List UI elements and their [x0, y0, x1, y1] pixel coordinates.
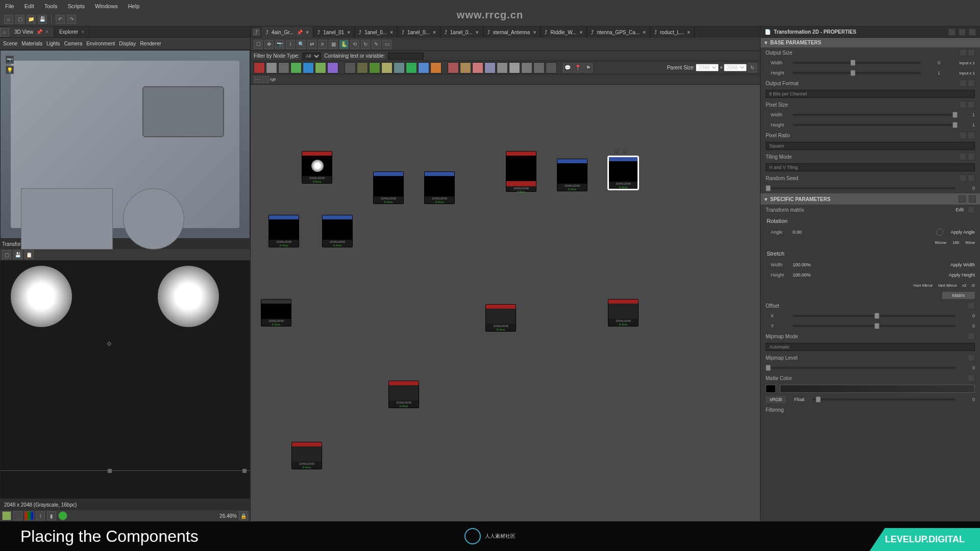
- close-icon[interactable]: ×: [81, 29, 84, 35]
- flag-icon[interactable]: ⚑: [583, 63, 593, 72]
- new-preview-icon[interactable]: ▢: [2, 250, 11, 259]
- snapshot-icon[interactable]: 📷: [275, 40, 284, 49]
- btn-d2[interactable]: /2: [971, 283, 975, 288]
- format-dropdown[interactable]: 8 Bits per Channel: [766, 90, 975, 98]
- pin-icon[interactable]: [948, 29, 955, 36]
- tiling-dropdown[interactable]: H and V Tiling: [766, 163, 975, 171]
- reset-icon[interactable]: [968, 101, 975, 108]
- zoom-icon[interactable]: 🔍: [297, 40, 306, 49]
- python-icon[interactable]: 🐍: [339, 40, 349, 49]
- node-blend[interactable]: 2048x20480.3ms: [261, 299, 291, 327]
- palette-btn[interactable]: [418, 62, 429, 73]
- matte-swatch[interactable]: [766, 385, 776, 393]
- palette-btn[interactable]: [394, 62, 405, 73]
- node-transform[interactable]: 2048x20480.4ms: [373, 171, 404, 204]
- height-slider[interactable]: [793, 72, 921, 74]
- mipmap-level-slider[interactable]: [766, 367, 955, 369]
- node-shape[interactable]: 2048x20480.5ms: [302, 151, 332, 184]
- tab-explorer[interactable]: Explorer×: [54, 27, 90, 37]
- palette-btn[interactable]: [290, 62, 302, 73]
- node-heightblend[interactable]: 2048x20480.4ms: [291, 442, 322, 469]
- reset-icon[interactable]: [968, 302, 975, 309]
- node-transform[interactable]: 2048x20480.4ms: [557, 159, 587, 191]
- stretch-w-value[interactable]: 100.00%: [793, 262, 823, 267]
- align-icon[interactable]: ≡: [318, 40, 327, 49]
- node-transform[interactable]: 2048x20480.4ms: [322, 215, 353, 247]
- mipmap-dropdown[interactable]: Automatic: [766, 343, 975, 351]
- apply-width-button[interactable]: Apply Width: [950, 262, 975, 267]
- close-icon[interactable]: ×: [347, 30, 350, 35]
- link-icon[interactable]: ⇄: [307, 40, 316, 49]
- btn-90ccw[interactable]: 90ccw: [935, 240, 946, 245]
- srgb-button[interactable]: sRGB: [766, 396, 786, 403]
- palette-uniform[interactable]: [254, 62, 265, 73]
- view-display[interactable]: Display: [119, 41, 136, 46]
- open-icon[interactable]: 📁: [27, 15, 36, 24]
- palette-btn[interactable]: [278, 62, 289, 73]
- palette-btn[interactable]: [303, 62, 314, 73]
- node-heightblend[interactable]: 2048x20480.4ms: [485, 304, 516, 332]
- view-scene[interactable]: Scene: [3, 41, 17, 46]
- home-small-icon[interactable]: ⌂: [0, 28, 9, 37]
- menu-tools[interactable]: Tools: [44, 3, 58, 9]
- parent-size-select[interactable]: 2048: [696, 64, 719, 71]
- node-transform-selected[interactable]: 2048x20480.4ms: [608, 156, 639, 190]
- graph-tab-7[interactable]: ⤴ntenna_GPS_Ca...×: [587, 27, 650, 38]
- view-renderer[interactable]: Renderer: [140, 41, 161, 46]
- palette-btn[interactable]: [533, 62, 545, 73]
- btn-180[interactable]: 180: [952, 240, 959, 245]
- matrix-button[interactable]: Matrix: [942, 292, 975, 299]
- link-icon[interactable]: [960, 132, 967, 139]
- close-icon[interactable]: [969, 29, 976, 36]
- comment-icon[interactable]: 💬: [563, 63, 572, 72]
- share-icon[interactable]: ⤴: [253, 29, 260, 36]
- apply-height-button[interactable]: Apply Height: [949, 272, 975, 278]
- graph-tab-2[interactable]: ⤴1anel_0...×: [355, 27, 398, 38]
- copy-icon[interactable]: [959, 195, 966, 203]
- menu-scripts[interactable]: Scripts: [67, 3, 85, 9]
- palette-btn[interactable]: [406, 62, 417, 73]
- palette-btn[interactable]: [327, 62, 338, 73]
- px-width-slider[interactable]: [793, 114, 955, 116]
- close-icon[interactable]: ×: [306, 30, 309, 35]
- palette-btn[interactable]: [266, 62, 277, 73]
- palette-btn[interactable]: [460, 62, 471, 73]
- reset-icon[interactable]: [968, 153, 975, 160]
- refresh-icon[interactable]: ↻: [361, 40, 370, 49]
- pin-icon[interactable]: 📍: [573, 63, 582, 72]
- node-heightblend[interactable]: 2048x20480.4ms: [608, 299, 639, 327]
- color-icon[interactable]: [58, 511, 67, 520]
- reset-icon[interactable]: [968, 354, 975, 361]
- angle-dial[interactable]: [936, 229, 943, 236]
- maximize-icon[interactable]: [959, 29, 966, 36]
- link-icon[interactable]: [960, 174, 967, 182]
- graph-tab-4[interactable]: ⤴1anel_0...×: [440, 27, 483, 38]
- matte-bar[interactable]: [780, 385, 975, 393]
- node-heightblend[interactable]: 2048x20480.4ms: [388, 381, 419, 408]
- dots-icon[interactable]: ⋯: [254, 76, 261, 83]
- stretch-h-value[interactable]: 100.00%: [793, 272, 823, 278]
- save-preview-icon[interactable]: 💾: [13, 250, 22, 259]
- reset-icon[interactable]: [968, 206, 975, 213]
- close-icon[interactable]: ×: [643, 30, 646, 35]
- palette-btn[interactable]: [509, 62, 520, 73]
- grid-snap-icon[interactable]: ▦: [329, 40, 338, 49]
- reset-icon[interactable]: [968, 49, 975, 56]
- lock-icon[interactable]: 🔒: [239, 511, 248, 520]
- link-icon[interactable]: [960, 153, 967, 160]
- graph-tab-8[interactable]: ⤴roduct_L...×: [650, 27, 695, 38]
- viewport-3d[interactable]: 📷 💡: [0, 50, 250, 239]
- palette-btn[interactable]: [369, 62, 380, 73]
- reset-icon[interactable]: [968, 174, 975, 182]
- offset-y-slider[interactable]: [793, 325, 955, 327]
- redo-icon[interactable]: ↷: [67, 15, 76, 24]
- px-height-slider[interactable]: [793, 124, 955, 126]
- tab-3dview[interactable]: 3D View📌×: [9, 27, 54, 37]
- edit-link[interactable]: Edit: [955, 207, 964, 212]
- channels-icon[interactable]: [24, 511, 34, 520]
- view-materials[interactable]: Materials: [21, 41, 42, 46]
- refresh-icon[interactable]: ↻: [748, 63, 757, 72]
- graph-canvas[interactable]: 2048x20480.5ms 2048x20480.4ms 2048x20480…: [251, 85, 760, 521]
- home-icon[interactable]: ⌂: [4, 15, 13, 24]
- close-icon[interactable]: ×: [533, 30, 536, 35]
